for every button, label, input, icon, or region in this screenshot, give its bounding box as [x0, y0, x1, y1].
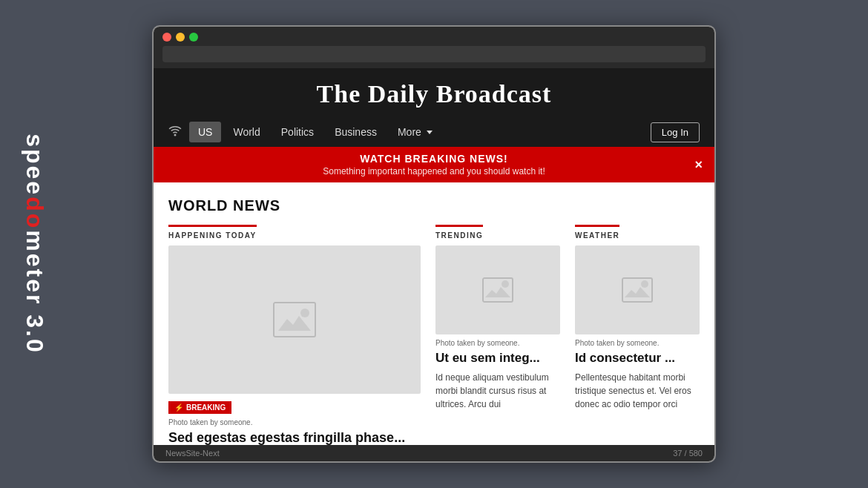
photo-credit-1: Photo taken by someone.: [168, 418, 421, 426]
speedometer-label: speedometer 3.0: [21, 133, 48, 355]
happening-today-image: [168, 245, 421, 394]
site-nav: US World Politics Business More Log In: [168, 117, 700, 147]
weather-label: WEATHER: [575, 225, 619, 240]
nav-item-business[interactable]: Business: [326, 122, 386, 142]
section-title: WORLD NEWS: [168, 197, 700, 214]
photo-credit-3: Photo taken by someone.: [575, 339, 700, 347]
headline-3: Id consectetur ...: [575, 350, 700, 366]
trending-label: TRENDING: [435, 225, 483, 240]
login-button[interactable]: Log In: [651, 122, 700, 142]
close-dot[interactable]: [162, 33, 171, 42]
site-header: The Daily Broadcast US World Politics Bu…: [154, 68, 714, 147]
main-content: WORLD NEWS HAPPENING TODAY BREAKING: [154, 182, 714, 445]
svg-point-2: [300, 309, 309, 317]
trending-image: [435, 245, 560, 334]
svg-rect-1: [274, 303, 315, 337]
breaking-banner-title: WATCH BREAKING NEWS!: [360, 153, 507, 165]
column-trending: TRENDING Photo taken by someone. Ut eu s…: [435, 225, 560, 445]
svg-point-6: [641, 280, 648, 288]
browser-dots: [162, 33, 706, 42]
svg-rect-5: [622, 278, 652, 302]
bottom-bar: NewsSite-Next 37 / 580: [154, 445, 714, 461]
chevron-down-icon: [427, 131, 433, 134]
body-3: Pellentesque habitant morbi tristique se…: [575, 371, 700, 411]
nav-item-world[interactable]: World: [224, 122, 269, 142]
bottom-site-label: NewsSite-Next: [165, 449, 220, 458]
body-2: Id neque aliquam vestibulum morbi blandi…: [435, 371, 560, 411]
site-title: The Daily Broadcast: [168, 80, 700, 117]
photo-credit-2: Photo taken by someone.: [435, 339, 560, 347]
nav-item-us[interactable]: US: [189, 122, 221, 142]
column-happening-today: HAPPENING TODAY BREAKING Photo taken by …: [168, 225, 421, 445]
site-content: The Daily Broadcast US World Politics Bu…: [154, 68, 714, 445]
svg-point-0: [174, 134, 176, 136]
nav-item-more[interactable]: More: [389, 122, 441, 142]
headline-2: Ut eu sem integ...: [435, 350, 560, 366]
headline-1: Sed egestas egestas fringilla phase...: [168, 429, 421, 445]
news-grid: HAPPENING TODAY BREAKING Photo taken by …: [168, 225, 700, 445]
breaking-banner-subtitle: Something important happened and you sho…: [323, 166, 545, 177]
bottom-pagination: 37 / 580: [673, 449, 703, 458]
breaking-banner: WATCH BREAKING NEWS! Something important…: [154, 147, 714, 182]
column-weather: WEATHER Photo taken by someone. Id conse…: [575, 225, 700, 445]
url-bar[interactable]: [162, 46, 706, 62]
minimize-dot[interactable]: [176, 33, 185, 42]
weather-image: [575, 245, 700, 334]
breaking-tag: BREAKING: [168, 401, 231, 414]
browser-chrome: [154, 27, 714, 68]
svg-point-4: [502, 280, 509, 288]
maximize-dot[interactable]: [189, 33, 198, 42]
signal-icon[interactable]: [168, 124, 182, 140]
svg-rect-3: [483, 278, 513, 302]
nav-item-politics[interactable]: Politics: [272, 122, 323, 142]
breaking-close-button[interactable]: ×: [694, 157, 703, 173]
happening-today-label: HAPPENING TODAY: [168, 225, 257, 240]
browser-window: The Daily Broadcast US World Politics Bu…: [152, 25, 716, 463]
